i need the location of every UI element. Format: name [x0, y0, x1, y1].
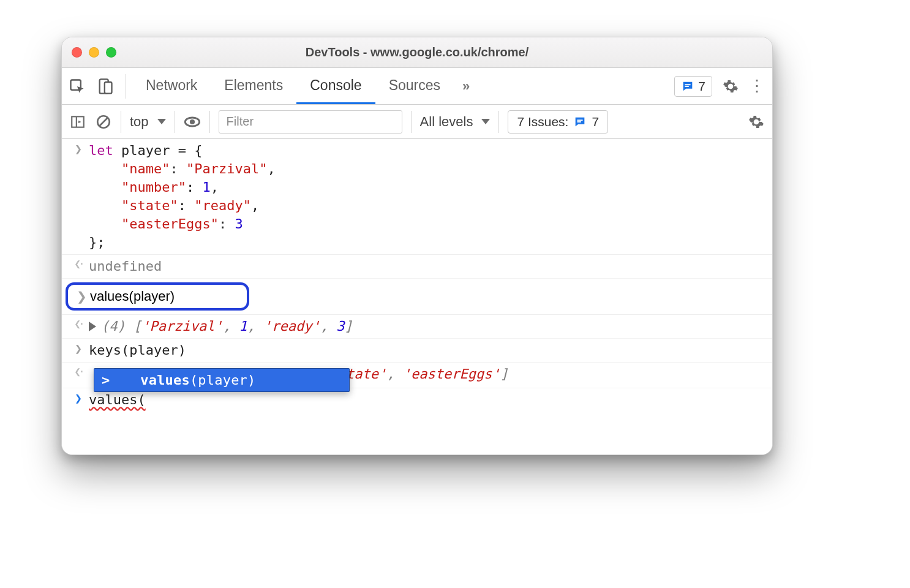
filter-input[interactable]: [219, 110, 402, 134]
autocomplete-suggestion[interactable]: values(player): [140, 372, 255, 388]
show-console-sidebar-icon[interactable]: [69, 113, 86, 130]
console-settings-gear-icon[interactable]: [748, 113, 765, 130]
tab-elements[interactable]: Elements: [211, 68, 296, 104]
console-output-chevron-icon: [68, 257, 89, 270]
console-code: values(player): [90, 287, 247, 306]
console-messages-button[interactable]: 7: [674, 76, 712, 97]
disclosure-triangle-icon[interactable]: [89, 322, 96, 331]
autocomplete-prompt-chevron-icon: >: [102, 372, 110, 388]
console-code: keys(player): [89, 341, 772, 360]
divider: [498, 111, 499, 133]
console-result-array: (4) ['Parzival', 1, 'ready', 3]: [89, 317, 772, 336]
divider: [209, 111, 210, 133]
console-input-chevron-icon: [68, 341, 89, 356]
console-output: let player = { "name": "Parzival", "numb…: [62, 139, 772, 454]
svg-rect-3: [685, 84, 691, 85]
close-window-button[interactable]: [72, 47, 82, 58]
more-options-icon[interactable]: ⋮: [749, 78, 766, 95]
more-tabs-button[interactable]: »: [454, 68, 478, 104]
console-output-chevron-icon: [68, 317, 89, 330]
divider: [411, 111, 412, 133]
console-input-row[interactable]: keys(player): [62, 339, 772, 363]
svg-rect-5: [72, 116, 84, 127]
divider: [121, 111, 121, 133]
context-selector[interactable]: top: [130, 114, 166, 130]
console-result-row[interactable]: (4) ['Parzival', 1, 'ready', 3]: [62, 315, 772, 339]
issues-prefix: 7 Issues:: [517, 115, 568, 129]
console-prompt-input[interactable]: values(: [89, 391, 772, 409]
issues-button[interactable]: 7 Issues: 7: [508, 110, 608, 134]
log-levels-label: All levels: [420, 114, 473, 130]
settings-gear-icon[interactable]: [722, 78, 739, 95]
context-label: top: [130, 114, 149, 130]
tab-console[interactable]: Console: [296, 68, 375, 104]
inspect-element-icon[interactable]: [68, 77, 86, 96]
live-expression-icon[interactable]: [184, 113, 201, 130]
maximize-window-button[interactable]: [106, 47, 116, 58]
traffic-lights: [72, 47, 116, 58]
svg-rect-13: [577, 121, 581, 123]
console-input-chevron-icon: [73, 289, 90, 304]
highlighted-history-entry[interactable]: values(player): [66, 282, 249, 311]
console-code: let player = { "name": "Parzival", "numb…: [89, 141, 772, 252]
minimize-window-button[interactable]: [89, 47, 99, 58]
device-toolbar-icon[interactable]: [96, 77, 115, 96]
console-subtoolbar: top All levels 7 Issues: 7: [62, 105, 772, 139]
devtools-toolbar: Network Elements Console Sources » 7 ⋮: [62, 68, 772, 105]
clear-console-icon[interactable]: [95, 113, 112, 130]
console-input-row[interactable]: let player = { "name": "Parzival", "numb…: [62, 139, 772, 255]
svg-rect-2: [105, 82, 112, 94]
messages-icon: [573, 115, 587, 129]
svg-line-9: [100, 118, 108, 126]
devtools-window: DevTools - www.google.co.uk/chrome/: [61, 37, 773, 455]
devtools-tabs: Network Elements Console Sources »: [132, 68, 478, 104]
divider: [175, 111, 175, 133]
tab-network[interactable]: Network: [132, 68, 211, 104]
console-input-chevron-icon: [68, 141, 89, 156]
log-levels-selector[interactable]: All levels: [420, 114, 491, 130]
messages-icon: [681, 80, 694, 93]
window-title: DevTools - www.google.co.uk/chrome/: [62, 45, 772, 59]
console-output-chevron-icon: [68, 365, 89, 378]
console-prompt-chevron-icon: [68, 391, 89, 405]
tab-sources[interactable]: Sources: [375, 68, 454, 104]
svg-rect-4: [685, 86, 689, 87]
console-result-undefined: undefined: [89, 257, 772, 276]
svg-marker-7: [78, 120, 81, 123]
issues-count: 7: [592, 115, 599, 129]
svg-rect-12: [577, 119, 583, 121]
svg-point-11: [190, 119, 195, 124]
messages-count: 7: [698, 79, 705, 94]
titlebar: DevTools - www.google.co.uk/chrome/: [62, 37, 772, 68]
autocomplete-popup[interactable]: > values(player): [94, 368, 350, 392]
console-result-row: undefined: [62, 255, 772, 279]
